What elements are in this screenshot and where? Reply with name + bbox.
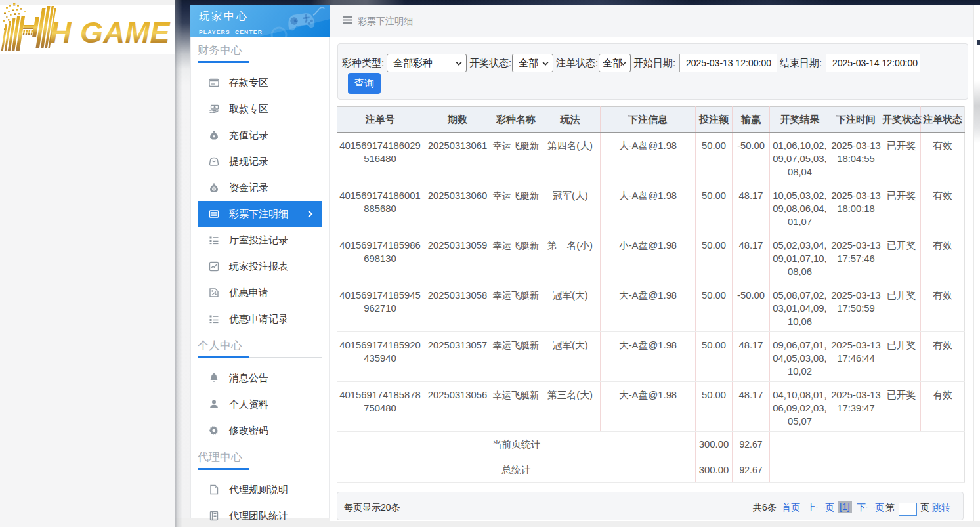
svg-text:H GAME: H GAME <box>50 16 171 49</box>
